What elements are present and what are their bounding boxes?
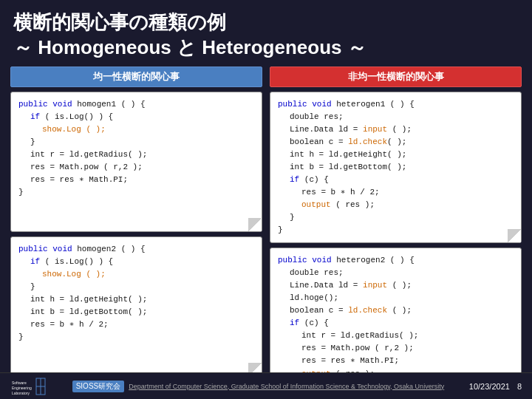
code-line: res = res ∗ Math.PI; [30, 174, 254, 186]
code-line: int b = ld.getBottom( ); [30, 306, 254, 318]
left-column-header: 均一性横断的関心事 [10, 66, 262, 87]
code-line: output ( res ); [301, 199, 514, 211]
footer: Software Engineering Laboratory SIOSS研究会… [0, 372, 532, 399]
code-line: public void homogen1 ( ) { [18, 98, 254, 111]
footer-left: Software Engineering Laboratory [10, 377, 47, 396]
code-line: if ( is.Log() ) { [30, 111, 254, 123]
footer-center-area: SIOSS研究会 Department of Computer Science,… [72, 381, 444, 392]
title-line2: ～ Homogeneous と Heterogeneous ～ [13, 36, 366, 58]
code-line: double res; [290, 267, 514, 279]
left-code-box-1: public void homogen1 ( ) { if ( is.Log()… [10, 92, 262, 232]
code-line: int b = ld.getBottom( ); [290, 161, 514, 174]
corner-fold [508, 229, 521, 242]
sei-logo: Software Engineering Laboratory [10, 377, 47, 396]
slide: 横断的関心事の種類の例 ～ Homogeneous と Heterogeneou… [0, 0, 532, 399]
title-line1: 横断的関心事の種類の例 [13, 11, 226, 33]
code-line: public void heterogen2 ( ) { [278, 254, 514, 267]
code-line: boolean c = ld.check ( ); [290, 304, 514, 317]
footer-date: 10/23/2021 [469, 382, 510, 391]
page-title: 横断的関心事の種類の例 ～ Homogeneous と Heterogeneou… [13, 10, 519, 61]
footer-page: 8 [517, 382, 522, 391]
code-line: double res; [290, 111, 514, 123]
sioss-badge: SIOSS研究会 [72, 381, 125, 392]
code-line: int r = ld.getRadius( ); [301, 330, 514, 342]
code-line: if (c) { [290, 174, 514, 186]
right-code-box-1: public void heterogen1 ( ) { double res;… [270, 92, 522, 244]
code-line: } [18, 331, 254, 344]
code-line: } [30, 281, 254, 293]
code-line: if (c) { [290, 317, 514, 330]
code-line: } [30, 136, 254, 149]
code-line: show.Log ( ); [42, 268, 254, 281]
title-area: 横断的関心事の種類の例 ～ Homogeneous と Heterogeneou… [0, 0, 532, 66]
left-column: 均一性横断的関心事 public void homogen1 ( ) { if … [10, 66, 262, 377]
svg-text:Software: Software [12, 381, 27, 385]
code-line: public void heterogen1 ( ) { [278, 98, 514, 111]
content-area: 均一性横断的関心事 public void homogen1 ( ) { if … [0, 66, 532, 377]
code-line: public void homogen2 ( ) { [18, 243, 254, 256]
code-line: } [290, 211, 514, 224]
code-line: Line.Data ld = input ( ); [290, 279, 514, 292]
code-line: ld.hoge(); [290, 292, 514, 304]
code-line: int h = ld.getHeight( ); [290, 149, 514, 161]
code-line: boolean c = ld.check( ); [290, 136, 514, 149]
code-line: int r = ld.getRadius( ); [30, 149, 254, 161]
corner-fold [248, 218, 262, 231]
code-line: res = Math.pow ( r,2 ); [30, 161, 254, 174]
code-line: Line.Data ld = input ( ); [290, 123, 514, 136]
code-line: int h = ld.getHeight( ); [30, 293, 254, 306]
right-column-header: 非均一性横断的関心事 [270, 66, 522, 87]
code-line: res = b ∗ h / 2; [30, 318, 254, 331]
code-line: res = res ∗ Math.PI; [301, 355, 514, 367]
left-code-box-2: public void homogen2 ( ) { if ( is.Log()… [10, 236, 262, 377]
code-line: show.Log ( ); [42, 123, 254, 136]
code-line: } [278, 224, 514, 236]
right-column: 非均一性横断的関心事 public void heterogen1 ( ) { … [270, 66, 522, 377]
svg-text:Engineering: Engineering [12, 386, 32, 390]
svg-text:Laboratory: Laboratory [12, 391, 30, 395]
code-line: res = Math.pow ( r,2 ); [301, 342, 514, 355]
footer-right-area: 10/23/2021 8 [469, 382, 522, 391]
footer-link: Department of Computer Science, Graduate… [129, 383, 444, 390]
code-line: if ( is.Log() ) { [30, 256, 254, 268]
code-line: } [18, 186, 254, 199]
code-line: res = b ∗ h / 2; [301, 186, 514, 199]
